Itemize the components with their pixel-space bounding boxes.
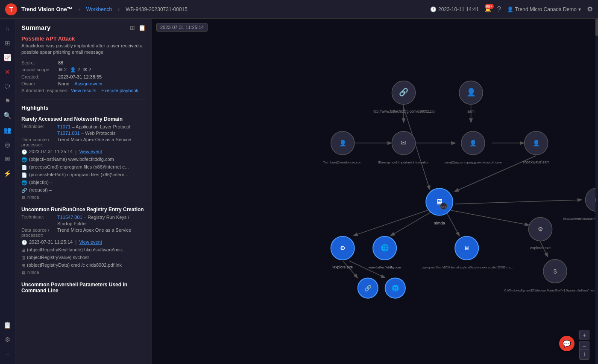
node-iexplore[interactable]: ⚙ iexplore.exe [331,236,355,269]
registry-icon-1: ⊞ [21,248,25,253]
mail-icon: ✉ [83,67,87,73]
created-value: 2023-07-31 12:38:55 [58,74,102,79]
impact-row: Impact scope: 🖥 2 👤 2 ✉ 2 [21,66,146,73]
nav-alert[interactable]: ⚑ [1,95,14,108]
nav-response[interactable]: ⚡ [1,167,14,180]
score-label: Score: [21,60,56,65]
nav-settings[interactable]: ⚙ [1,333,14,346]
owner-value: None [58,81,69,86]
file-icon-2: 📄 [21,172,27,178]
copy-icon[interactable]: 📋 [138,24,146,31]
help-icon[interactable]: ? [497,6,501,13]
edge-nimda-www [391,212,432,236]
user-icon: 👤 [70,67,76,73]
impact-label: Impact scope: [21,67,56,72]
hl2-view-event-link[interactable]: View event [79,239,102,245]
hl1-t1071-link[interactable]: T1071 [57,124,70,129]
view-results-link[interactable]: View results [71,88,96,93]
nav-search[interactable]: 🔍 [1,109,14,122]
node-nimda[interactable]: 🖥 nimda Ont [426,189,453,226]
hl1-detail-time: 🕐 2023-07-31 11:25:14 | View event [21,148,146,156]
notification-bell[interactable]: 🔔 99+ [485,6,491,12]
hl1-request-text: (request) – [29,187,52,192]
hl2-t11547-line2: Startup Folder [57,221,87,226]
node-cprog[interactable]: 🖥 c:\program files (x86)\internet explor… [421,236,513,269]
computer-icon-1: 🖥 [21,195,26,200]
global-settings-icon[interactable]: ⚙ [587,5,593,13]
svg-text:hkcu\software\microsoft\window: hkcu\software\microsoft\windows\currentv… [563,217,598,220]
node-email[interactable]: ✉ [Emergency] Important information [378,131,430,164]
clock-icon-1: 🕐 [21,149,27,155]
hl1-t1071-name: – Application Layer Protocol [72,124,130,129]
clock-icon-2: 🕐 [21,240,27,245]
graph-area[interactable]: 2023-07-31 11:25:14 [152,19,598,364]
hl1-detail-filepath: 📄 (processFilePath) c:\program files (x8… [21,171,146,179]
svg-text:👤: 👤 [339,140,347,147]
owner-row: Owner: None Assign owner [21,80,146,87]
graph-scrollbar[interactable] [595,19,598,364]
nav-inventory[interactable]: 📋 [1,319,14,332]
chat-button[interactable]: 💬 [559,336,575,351]
nav-collapse[interactable]: ‹‹ [1,348,14,361]
hl1-technique-label: Technique: [21,124,56,136]
hl2-datasource-value: Trend Micro Apex One as a Service [57,227,146,238]
nav-shield[interactable]: 🛡 [1,80,14,93]
hl1-view-event-link[interactable]: View event [79,149,102,154]
summary-header: Summary ⊞ 📋 [15,19,152,34]
hl2-technique-1b: Startup Folder [57,221,129,227]
nav-threats[interactable]: ✕ [1,66,14,79]
zoom-in-button[interactable]: + [579,330,589,340]
node-ted[interactable]: 👤 Ted_Lee@trendmicro.com [323,131,363,164]
node-powershell[interactable]: $ C:\Windows\System32\WindowsPowerShell\… [504,259,598,292]
user-menu[interactable]: 👤 Trend Micro Canada Demo ▾ [507,6,581,12]
score-value: 88 [58,60,63,65]
node-www-bdf[interactable]: 🌐 www.bdfecfitddfg.com [368,236,401,269]
hl2-reg-key-text: (objectRegistryKeyHandle) hkcu\software\… [27,247,126,252]
hl2-t11547-link[interactable]: T11547.001 [57,215,82,220]
breadcrumb-case-id: WB-9439-20230731-00015 [126,6,188,12]
nav-email[interactable]: ✉ [1,153,14,166]
apt-title: Possible APT Attack [15,34,152,43]
svg-text:sam: sam [467,109,475,114]
globe-icon-1: 🌐 [21,157,27,163]
node-link1[interactable]: 🔗 [358,278,378,298]
nav-users[interactable]: 👥 [1,124,14,137]
nav-dashboard[interactable]: ⊞ [1,37,14,50]
nav-network[interactable]: ◎ [1,138,14,151]
svg-text:http://www.bdfecfitddfg.com/ds: http://www.bdfecfitddfg.com/ds8002.zip [372,109,434,114]
assign-owner-link[interactable]: Assign owner [74,81,103,86]
node-hkcu[interactable]: ⊞ hkcu\software\microsoft\windows\curren… [563,188,598,221]
chevron-down-icon: ▾ [578,6,581,12]
topbar-right: 🕐 2023-10-11 14:41 🔔 99+ ? 👤 Trend Micro… [430,5,593,13]
nav-analytics[interactable]: 📈 [1,51,14,64]
nav-home[interactable]: ⌂ [1,22,14,35]
node-explorer[interactable]: ⚙ explorer.exe [528,218,552,250]
desktop-impact: 🖥 2 [58,67,67,72]
hl1-technique-2: T1071.001 – Web Protocols [57,130,130,136]
app-logo: T [5,3,17,15]
zoom-controls: + – [579,330,589,351]
automated-row: Automated responses: View results Execut… [21,87,146,94]
meta-table: Score: 88 Impact scope: 🖥 2 👤 2 ✉ [15,59,152,97]
node-globe2[interactable]: 🌐 [385,278,405,298]
apt-description: A backdoor was possibly implanted after … [15,43,152,59]
node-shockwave[interactable]: 👤 shockwave\sam [523,131,550,164]
info-button[interactable]: i [579,349,589,360]
svg-text:shockwave\sam: shockwave\sam [523,160,550,164]
registry-icon-2: ⊞ [21,255,25,261]
highlight-1-title: Rarely Accessed and Noteworthy Domain [21,116,146,122]
execute-playbook-link[interactable]: Execute playbook [101,88,138,93]
created-row: Created: 2023-07-31 12:38:55 [21,73,146,80]
divider1 [21,99,146,99]
graph-scrollbar-thumb[interactable] [595,19,598,36]
hl1-t1071001-link[interactable]: T1071.001 [57,131,80,136]
svg-text:🌐: 🌐 [392,285,399,292]
export-icon[interactable]: ⊞ [130,24,135,31]
breadcrumb-workbench[interactable]: Workbench [86,6,112,12]
highlight-item-3: Uncommon Powershell Parameters Used in C… [15,279,152,298]
topbar: T Trend Vision One™ › Workbench › WB-943… [0,0,598,19]
node-sam-recv[interactable]: 👤 sam@jaguartmpeggy.onmicrosoft.com [444,131,502,164]
svg-text:sam@jaguartmpeggy.onmicrosoft.: sam@jaguartmpeggy.onmicrosoft.com [444,160,502,164]
hl1-detail-nimda: 🖥 nimda [21,194,146,201]
computer-icon-2: 🖥 [21,271,26,275]
